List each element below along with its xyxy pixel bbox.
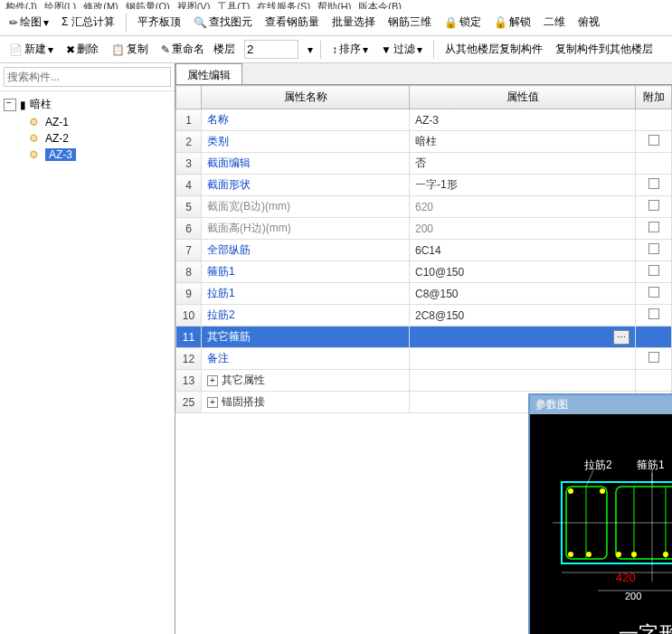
addl-checkbox[interactable] (648, 243, 659, 254)
prop-name-cell[interactable]: +锚固搭接 (202, 392, 410, 413)
copy-to-button[interactable]: 复制构件到其他楼层 (552, 40, 657, 59)
filter-button[interactable]: ▼ 过滤 ▾ (377, 40, 426, 59)
addl-cell[interactable] (636, 153, 672, 175)
tab-properties[interactable]: 属性编辑 (175, 63, 242, 84)
prop-name-cell[interactable]: 截面宽(B边)(mm) (202, 196, 410, 218)
rebar-3d-button[interactable]: 钢筋三维 (384, 13, 435, 32)
align-button[interactable]: 平齐板顶 (134, 13, 185, 32)
prop-value-cell[interactable]: 6C14 (410, 240, 636, 261)
addl-checkbox[interactable] (648, 265, 659, 276)
table-row[interactable]: 2类别暗柱 (176, 131, 672, 153)
addl-cell[interactable] (636, 240, 672, 261)
prop-name-cell[interactable]: 类别 (202, 131, 410, 153)
lock-button[interactable]: 🔒 锁定 (440, 13, 485, 32)
prop-value-cell[interactable]: 一字-1形 (410, 175, 636, 196)
prop-value-cell[interactable] (410, 370, 636, 392)
prop-name-cell[interactable]: 名称 (202, 109, 410, 131)
addl-cell[interactable] (636, 109, 672, 131)
new-button[interactable]: 📄 新建 ▾ (5, 40, 57, 59)
parameter-diagram-window[interactable]: 参数图 (528, 393, 672, 634)
addl-cell[interactable] (636, 326, 672, 348)
addl-checkbox[interactable] (648, 178, 659, 189)
2d-button[interactable]: 二维 (540, 13, 569, 32)
table-row[interactable]: 13+其它属性 (176, 370, 672, 392)
menu-item[interactable]: 帮助(H) (317, 0, 351, 9)
unlock-button[interactable]: 🔓 解锁 (490, 13, 535, 32)
view-rebar-button[interactable]: 查看钢筋量 (261, 13, 323, 32)
addl-checkbox[interactable] (648, 222, 659, 232)
table-row[interactable]: 12备注 (176, 348, 672, 370)
prop-name-cell[interactable]: 其它箍筋 (202, 326, 410, 348)
prop-value-cell[interactable]: 否 (410, 153, 636, 175)
menu-item[interactable]: 构件(J) (5, 0, 37, 9)
menu-item[interactable]: 钢筋量(Q) (126, 0, 170, 9)
addl-checkbox[interactable] (648, 200, 659, 211)
prop-value-cell[interactable]: 暗柱 (410, 131, 636, 153)
addl-cell[interactable] (636, 261, 672, 283)
addl-checkbox[interactable] (648, 308, 659, 319)
prop-name-cell[interactable]: 截面形状 (202, 175, 410, 196)
table-row[interactable]: 9拉筋1C8@150 (176, 283, 672, 305)
top-view-button[interactable]: 俯视 (574, 13, 603, 32)
addl-cell[interactable] (636, 218, 672, 240)
menu-item[interactable]: 视图(V) (177, 0, 211, 9)
ellipsis-button[interactable]: ⋯ (613, 330, 629, 345)
prop-value-cell[interactable]: 620 (410, 196, 636, 218)
prop-value-cell[interactable]: C10@150 (410, 261, 636, 283)
prop-name-cell[interactable]: 备注 (202, 348, 410, 370)
table-row[interactable]: 3截面编辑否 (176, 153, 672, 175)
tree-item-az1[interactable]: ⚙ AZ-1 (29, 114, 171, 130)
expand-icon[interactable]: + (207, 397, 218, 408)
addl-cell[interactable] (636, 348, 672, 370)
tree-item-az2[interactable]: ⚙ AZ-2 (29, 130, 171, 147)
menu-item[interactable]: 修改(M) (83, 0, 118, 9)
menu-item[interactable]: 版本令(B) (358, 0, 402, 9)
expand-icon[interactable]: + (207, 375, 218, 386)
prop-value-cell[interactable] (410, 348, 636, 370)
sort-button[interactable]: ↕ 排序 ▾ (328, 40, 372, 59)
addl-cell[interactable] (636, 131, 672, 153)
delete-button[interactable]: ✖ 删除 (62, 40, 102, 59)
tree-root[interactable]: ▮ 暗柱 (4, 95, 171, 114)
table-row[interactable]: 5截面宽(B边)(mm)620 (176, 196, 672, 218)
addl-cell[interactable] (636, 305, 672, 326)
prop-name-cell[interactable]: 拉筋1 (202, 283, 410, 305)
prop-value-cell[interactable]: C8@150 (410, 283, 636, 305)
table-row[interactable]: 4截面形状一字-1形 (176, 175, 672, 196)
table-row[interactable]: 11其它箍筋⋯ (176, 326, 672, 348)
prop-value-cell[interactable]: AZ-3 (410, 109, 636, 131)
prop-name-cell[interactable]: 截面高(H边)(mm) (202, 218, 410, 240)
menu-item[interactable]: 在线服务(S) (257, 0, 310, 9)
prop-value-cell[interactable]: 2C8@150 (410, 305, 636, 326)
table-row[interactable]: 10拉筋22C8@150 (176, 305, 672, 326)
floor-input[interactable] (244, 40, 298, 59)
addl-cell[interactable] (636, 175, 672, 196)
batch-select-button[interactable]: 批量选择 (328, 13, 379, 32)
copy-from-button[interactable]: 从其他楼层复制构件 (441, 40, 546, 59)
prop-name-cell[interactable]: +其它属性 (202, 370, 410, 392)
draw-button[interactable]: ✏ 绘图 ▾ (5, 13, 52, 32)
prop-value-cell[interactable]: ⋯ (410, 326, 636, 348)
addl-checkbox[interactable] (648, 287, 659, 298)
prop-name-cell[interactable]: 全部纵筋 (202, 240, 410, 261)
collapse-icon[interactable] (4, 99, 16, 111)
addl-cell[interactable] (636, 370, 672, 392)
addl-checkbox[interactable] (648, 352, 659, 363)
search-input[interactable] (4, 67, 171, 87)
table-row[interactable]: 8箍筋1C10@150 (176, 261, 672, 283)
menu-item[interactable]: 工具(T) (217, 0, 250, 9)
table-row[interactable]: 6截面高(H边)(mm)200 (176, 218, 672, 240)
menu-item[interactable]: 绘图(L) (44, 0, 76, 9)
table-row[interactable]: 1名称AZ-3 (176, 109, 672, 131)
copy-button[interactable]: 📋 复制 (108, 40, 152, 59)
prop-name-cell[interactable]: 截面编辑 (202, 153, 410, 175)
sum-button[interactable]: Σ 汇总计算 (58, 13, 118, 32)
table-row[interactable]: 7全部纵筋6C14 (176, 240, 672, 261)
addl-cell[interactable] (636, 283, 672, 305)
addl-checkbox[interactable] (648, 135, 659, 146)
prop-value-cell[interactable]: 200 (410, 218, 636, 240)
addl-cell[interactable] (636, 196, 672, 218)
find-button[interactable]: 🔍 查找图元 (190, 13, 256, 32)
dropdown-icon[interactable]: ▾ (308, 43, 313, 56)
rename-button[interactable]: ✎ 重命名 (157, 40, 208, 59)
